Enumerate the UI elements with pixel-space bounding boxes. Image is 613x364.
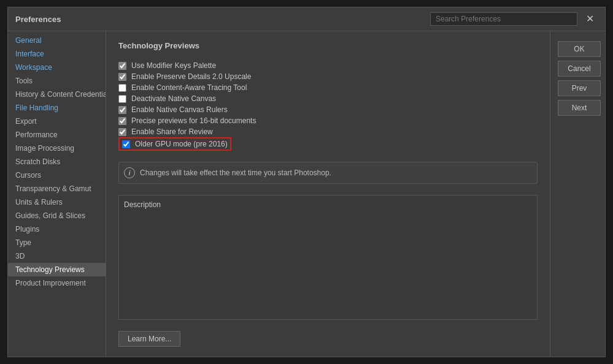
ok-button[interactable]: OK [558,41,601,57]
overlay: Preferences ✕ GeneralInterfaceWorkspaceT… [0,0,613,364]
checkbox-list: Use Modifier Keys PaletteEnable Preserve… [118,60,538,151]
sidebar-item[interactable]: Plugins [8,222,106,236]
info-text: Changes will take effect the next time y… [140,169,331,177]
sidebar-item[interactable]: File Handling [8,101,106,115]
main-content: Technology Previews Use Modifier Keys Pa… [106,31,550,357]
cancel-button[interactable]: Cancel [558,61,601,77]
checkbox-row-0: Use Modifier Keys Palette [118,60,538,71]
checkbox-label-6[interactable]: Enable Share for Review [131,127,213,136]
checkbox-1[interactable] [118,73,126,81]
info-icon: i [124,167,135,178]
checkbox-row-3: Deactivate Native Canvas [118,93,538,104]
sidebar-item[interactable]: Workspace [8,61,106,74]
checkbox-label-4[interactable]: Enable Native Canvas Rulers [131,105,228,114]
next-button[interactable]: Next [558,100,601,116]
checkbox-4[interactable] [118,106,126,114]
highlighted-checkbox-row: Older GPU mode (pre 2016) [118,137,231,151]
sidebar: GeneralInterfaceWorkspaceToolsHistory & … [8,31,106,357]
sidebar-item[interactable]: Export [8,115,106,128]
checkbox-label-5[interactable]: Precise previews for 16-bit documents [131,116,256,125]
sidebar-item[interactable]: Transparency & Gamut [8,182,106,195]
checkbox-0[interactable] [118,62,126,70]
sidebar-item[interactable]: Tools [8,74,106,88]
sidebar-item[interactable]: Guides, Grid & Slices [8,209,106,222]
close-button[interactable]: ✕ [582,13,598,25]
dialog-title: Preferences [15,15,61,24]
prev-button[interactable]: Prev [558,80,601,96]
checkbox-row-1: Enable Preserve Details 2.0 Upscale [118,71,538,82]
sidebar-item[interactable]: Technology Previews [8,263,106,276]
preferences-dialog: Preferences ✕ GeneralInterfaceWorkspaceT… [7,7,606,357]
checkbox-row-5: Precise previews for 16-bit documents [118,115,538,126]
sidebar-item[interactable]: History & Content Credentials [8,88,106,101]
description-title: Description [124,200,532,209]
description-box: Description [118,195,538,320]
sidebar-item[interactable]: Units & Rulers [8,195,106,209]
checkbox-label-3[interactable]: Deactivate Native Canvas [131,94,216,103]
checkbox-2[interactable] [118,84,126,92]
sidebar-item[interactable]: Interface [8,47,106,61]
action-buttons: OK Cancel Prev Next [550,31,605,357]
section-title: Technology Previews [118,41,538,50]
checkbox-row-4: Enable Native Canvas Rulers [118,104,538,115]
title-bar-left: Preferences [15,15,61,24]
info-bar: i Changes will take effect the next time… [118,162,538,184]
sidebar-item[interactable]: General [8,34,106,47]
sidebar-item[interactable]: Image Processing [8,142,106,155]
title-bar: Preferences ✕ [8,7,605,31]
checkbox-label-1[interactable]: Enable Preserve Details 2.0 Upscale [131,72,251,81]
checkbox-3[interactable] [118,95,126,103]
sidebar-item[interactable]: Product Improvement [8,276,106,290]
sidebar-item[interactable]: Cursors [8,169,106,182]
sidebar-item[interactable]: Performance [8,128,106,142]
checkbox-label-7[interactable]: Older GPU mode (pre 2016) [135,140,228,148]
checkbox-row-2: Enable Content-Aware Tracing Tool [118,82,538,93]
checkbox-6[interactable] [118,128,126,136]
search-input[interactable] [430,12,577,26]
checkbox-5[interactable] [118,117,126,125]
checkbox-7[interactable] [122,140,130,148]
checkbox-label-2[interactable]: Enable Content-Aware Tracing Tool [131,83,247,92]
sidebar-item[interactable]: Type [8,236,106,249]
sidebar-item[interactable]: Scratch Disks [8,155,106,169]
learn-more-button[interactable]: Learn More... [118,331,180,347]
dialog-body: GeneralInterfaceWorkspaceToolsHistory & … [8,31,605,357]
checkbox-row-6: Enable Share for Review [118,126,538,137]
sidebar-item[interactable]: 3D [8,249,106,263]
checkbox-label-0[interactable]: Use Modifier Keys Palette [131,61,216,70]
